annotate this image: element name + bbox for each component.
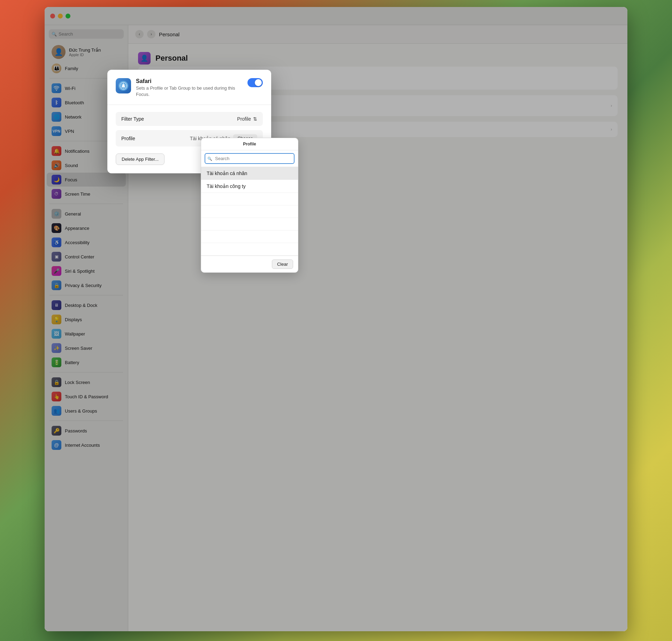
- filter-type-value-container: Profile ⇅: [237, 116, 257, 122]
- toggle-thumb: [255, 79, 262, 86]
- app-desc: Sets a Profile or Tab Group to be used d…: [136, 85, 243, 98]
- dropdown-item-company[interactable]: Tài khoản công ty: [201, 180, 298, 193]
- dropdown-footer: Clear: [201, 256, 298, 272]
- modal-app-row: Safari Sets a Profile or Tab Group to be…: [116, 78, 263, 98]
- dropdown-search-input[interactable]: [205, 153, 295, 164]
- dropdown-empty-row-5: [201, 243, 298, 256]
- modal-app-info: Safari Sets a Profile or Tab Group to be…: [136, 78, 243, 98]
- clear-button[interactable]: Clear: [272, 259, 293, 269]
- profile-label: Profile: [121, 136, 135, 141]
- main-window: 🔍 👤 Đức Trung Trần Apple ID 👪 Family: [45, 7, 627, 631]
- modal-divider: [107, 105, 271, 105]
- dropdown-empty-row-4: [201, 231, 298, 243]
- safari-app-icon: [116, 78, 131, 93]
- dropdown-header: Profile: [201, 138, 298, 150]
- dropdown-empty-row-1: [201, 193, 298, 205]
- dropdown-empty-row-3: [201, 218, 298, 231]
- profile-dropdown: Profile 🔍 Tài khoản cá nhân Tài khoản cô…: [201, 138, 298, 273]
- dropdown-search-container: 🔍: [201, 150, 298, 167]
- filter-type-value: Profile: [237, 116, 251, 122]
- delete-app-filter-button[interactable]: Delete App Filter...: [116, 153, 165, 165]
- stepper-icon: ⇅: [253, 116, 257, 122]
- filter-type-row[interactable]: Filter Type Profile ⇅: [116, 112, 263, 126]
- app-name: Safari: [136, 78, 243, 84]
- filter-type-label: Filter Type: [121, 116, 144, 122]
- dropdown-item-personal[interactable]: Tài khoản cá nhân: [201, 167, 298, 180]
- dropdown-empty-row-2: [201, 205, 298, 218]
- safari-toggle[interactable]: [247, 78, 263, 87]
- dropdown-search-icon: 🔍: [207, 156, 212, 161]
